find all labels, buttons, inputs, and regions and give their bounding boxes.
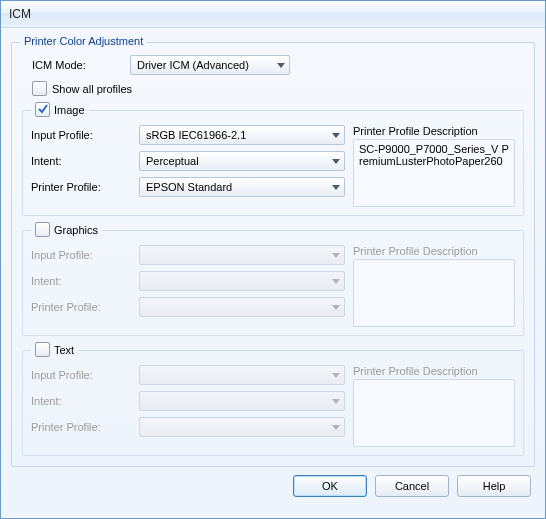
image-checkbox[interactable] xyxy=(35,102,50,117)
text-checkbox[interactable] xyxy=(35,342,50,357)
window-title: ICM xyxy=(1,1,545,28)
chevron-down-icon xyxy=(332,159,340,164)
text-desc-wrap: Printer Profile Description xyxy=(353,365,515,447)
image-controls: Input Profile: sRGB IEC61966-2.1 Intent:… xyxy=(31,125,345,197)
text-content: Input Profile: Intent: xyxy=(31,365,515,447)
image-printer-profile-combo[interactable]: EPSON Standard xyxy=(139,177,345,197)
text-input-profile-label: Input Profile: xyxy=(31,369,131,381)
chevron-down-icon xyxy=(332,305,340,310)
chevron-down-icon xyxy=(332,253,340,258)
text-legend: Text xyxy=(31,342,78,357)
graphics-desc-wrap: Printer Profile Description xyxy=(353,245,515,327)
image-printer-profile-value: EPSON Standard xyxy=(146,181,232,193)
help-button[interactable]: Help xyxy=(457,475,531,497)
graphics-controls: Input Profile: Intent: xyxy=(31,245,345,317)
group-title: Printer Color Adjustment xyxy=(20,35,147,47)
text-desc-box xyxy=(353,379,515,447)
cancel-button[interactable]: Cancel xyxy=(375,475,449,497)
text-desc-label: Printer Profile Description xyxy=(353,365,515,377)
graphics-desc-label: Printer Profile Description xyxy=(353,245,515,257)
show-all-profiles-checkbox[interactable] xyxy=(32,81,47,96)
graphics-group: Graphics Input Profile: Intent: xyxy=(22,230,524,336)
graphics-intent-combo xyxy=(139,271,345,291)
text-group: Text Input Profile: Intent: xyxy=(22,350,524,456)
text-input-profile-combo xyxy=(139,365,345,385)
graphics-content: Input Profile: Intent: xyxy=(31,245,515,327)
icm-dialog: ICM Printer Color Adjustment ICM Mode: D… xyxy=(0,0,546,519)
show-all-profiles-label: Show all profiles xyxy=(52,83,132,95)
text-intent-label: Intent: xyxy=(31,395,131,407)
graphics-printer-profile-label: Printer Profile: xyxy=(31,301,131,313)
ok-button[interactable]: OK xyxy=(293,475,367,497)
chevron-down-icon xyxy=(332,425,340,430)
printer-color-adjustment-group: Printer Color Adjustment ICM Mode: Drive… xyxy=(11,42,535,467)
image-intent-label: Intent: xyxy=(31,155,131,167)
image-desc-wrap: Printer Profile Description SC-P9000_P70… xyxy=(353,125,515,207)
chevron-down-icon xyxy=(332,399,340,404)
graphics-desc-box xyxy=(353,259,515,327)
image-printer-profile-label: Printer Profile: xyxy=(31,181,131,193)
image-desc-box: SC-P9000_P7000_Series_V PremiumLusterPho… xyxy=(353,139,515,207)
image-input-profile-combo[interactable]: sRGB IEC61966-2.1 xyxy=(139,125,345,145)
icm-mode-row: ICM Mode: Driver ICM (Advanced) xyxy=(32,55,524,75)
graphics-printer-profile-combo xyxy=(139,297,345,317)
image-content: Input Profile: sRGB IEC61966-2.1 Intent:… xyxy=(31,125,515,207)
text-controls: Input Profile: Intent: xyxy=(31,365,345,437)
icm-mode-value: Driver ICM (Advanced) xyxy=(137,59,249,71)
image-input-profile-label: Input Profile: xyxy=(31,129,131,141)
image-intent-combo[interactable]: Perceptual xyxy=(139,151,345,171)
image-desc-label: Printer Profile Description xyxy=(353,125,515,137)
chevron-down-icon xyxy=(277,63,285,68)
text-intent-combo xyxy=(139,391,345,411)
show-all-profiles-row: Show all profiles xyxy=(32,81,524,96)
icm-mode-combo[interactable]: Driver ICM (Advanced) xyxy=(130,55,290,75)
text-printer-profile-label: Printer Profile: xyxy=(31,421,131,433)
chevron-down-icon xyxy=(332,373,340,378)
image-group: Image Input Profile: sRGB IEC61966-2.1 I… xyxy=(22,110,524,216)
image-input-profile-value: sRGB IEC61966-2.1 xyxy=(146,129,246,141)
graphics-intent-label: Intent: xyxy=(31,275,131,287)
graphics-legend: Graphics xyxy=(31,222,102,237)
text-legend-label: Text xyxy=(54,344,74,356)
icm-mode-label: ICM Mode: xyxy=(32,59,122,71)
image-legend-label: Image xyxy=(54,104,85,116)
graphics-legend-label: Graphics xyxy=(54,224,98,236)
client-area: Printer Color Adjustment ICM Mode: Drive… xyxy=(1,28,545,518)
chevron-down-icon xyxy=(332,279,340,284)
graphics-input-profile-combo xyxy=(139,245,345,265)
chevron-down-icon xyxy=(332,185,340,190)
graphics-checkbox[interactable] xyxy=(35,222,50,237)
image-legend: Image xyxy=(31,102,89,117)
chevron-down-icon xyxy=(332,133,340,138)
image-intent-value: Perceptual xyxy=(146,155,199,167)
dialog-buttons: OK Cancel Help xyxy=(11,467,535,499)
text-printer-profile-combo xyxy=(139,417,345,437)
graphics-input-profile-label: Input Profile: xyxy=(31,249,131,261)
